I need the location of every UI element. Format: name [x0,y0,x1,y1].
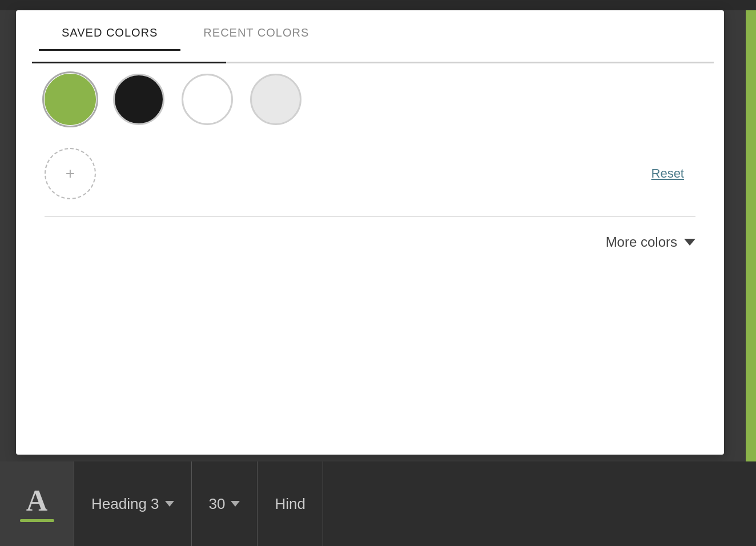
style-chevron-icon [165,501,174,507]
color-swatch-light-gray[interactable] [250,74,301,125]
bottom-toolbar: A Heading 3 30 Hind [0,461,756,546]
size-selector[interactable]: 30 [192,461,258,546]
swatches-area [16,51,724,142]
chevron-down-icon [684,239,695,246]
more-colors-area: More colors [16,217,724,267]
size-chevron-icon [231,501,240,507]
more-colors-label: More colors [606,234,677,250]
top-bar [0,0,756,10]
size-label: 30 [209,495,226,513]
font-color-underline [20,519,54,522]
tabs-active-underline [32,62,226,63]
color-swatch-black[interactable] [113,74,164,125]
font-a-icon: A [26,486,48,516]
green-accent [746,10,756,461]
add-color-area: + Reset [16,142,724,216]
style-label: Heading 3 [91,495,159,513]
tabs-header: SAVED COLORS RECENT COLORS [16,10,724,51]
font-color-button[interactable]: A [0,461,74,546]
tab-recent-colors[interactable]: RECENT COLORS [180,10,332,51]
color-swatch-green[interactable] [45,74,96,125]
tab-saved-colors[interactable]: SAVED COLORS [39,10,180,51]
font-selector[interactable]: Hind [258,461,323,546]
color-picker-panel: SAVED COLORS RECENT COLORS + Reset More … [16,10,724,455]
color-swatch-white[interactable] [182,74,233,125]
font-label: Hind [275,495,305,513]
more-colors-button[interactable]: More colors [606,234,695,250]
style-selector[interactable]: Heading 3 [74,461,192,546]
reset-link[interactable]: Reset [652,166,695,181]
add-color-button[interactable]: + [45,148,96,199]
